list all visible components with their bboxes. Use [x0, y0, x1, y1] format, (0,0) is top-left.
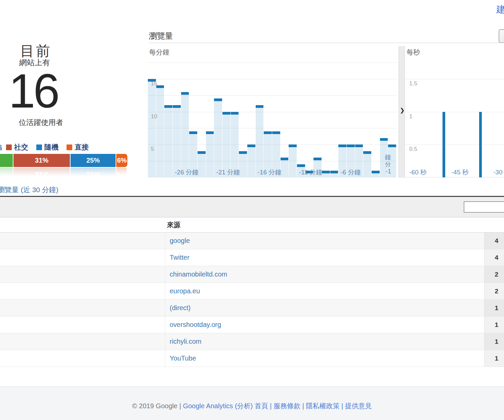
- pageviews-chart-title: 瀏覽量: [149, 31, 173, 41]
- minute-bar-cap: [156, 85, 164, 88]
- traffic-bar-segment: [0, 168, 13, 177]
- table-cell-source: overshootday.org: [165, 317, 484, 333]
- corner-button[interactable]: [499, 29, 504, 43]
- minute-bar: [181, 92, 189, 177]
- source-link[interactable]: chinamobileltd.com: [170, 270, 227, 278]
- minute-bar-cap: [347, 144, 355, 147]
- table-cell-blank: [0, 266, 165, 283]
- minute-bar-cap: [264, 131, 272, 134]
- traffic-bar-segment: 31%: [13, 154, 70, 167]
- chart-splitter[interactable]: ❯: [398, 46, 405, 178]
- minute-bar-cap: [388, 144, 396, 147]
- table-row: google4: [0, 233, 504, 249]
- realtime-overview-page: 建立捷徑 目前 網站上有 16 位活躍使用者 結 社交隨機直接 31%25%6%…: [0, 0, 504, 420]
- minute-bar: [239, 151, 247, 177]
- legend-item-label: 直接: [75, 142, 89, 152]
- second-x-tick: -45 秒: [451, 168, 469, 177]
- source-link[interactable]: google: [170, 237, 190, 244]
- table-cell-source: YouTube: [165, 350, 484, 367]
- second-y-tick: 0.5: [409, 146, 417, 153]
- table-row: europa.eu2: [0, 283, 504, 300]
- minute-bar: [214, 98, 222, 177]
- page-footer: © 2019 Google | Google Analytics (分析) 首頁…: [0, 386, 504, 420]
- legend-clipped-fragment: 結: [0, 143, 2, 150]
- source-link[interactable]: YouTube: [170, 354, 196, 362]
- table-body: google4Twitter4chinamobileltd.com2europa…: [0, 233, 504, 367]
- table-cell-source: richyli.com: [165, 333, 484, 350]
- table-cell-source: europa.eu: [165, 283, 484, 299]
- traffic-legend: 社交隨機直接: [6, 142, 89, 152]
- second-y-tick: 1: [409, 113, 412, 120]
- minute-bar-cap: [173, 105, 181, 108]
- minute-bar-cap: [164, 105, 172, 108]
- table-cell-blank: [0, 249, 165, 266]
- minute-x-tick: -16 分鐘: [258, 168, 282, 177]
- minute-bar-cap: [231, 112, 239, 115]
- minute-bar: [148, 79, 156, 177]
- table-cell-source: (direct): [165, 300, 484, 316]
- source-link[interactable]: europa.eu: [170, 287, 200, 295]
- minute-bar-cap: [181, 92, 189, 95]
- minute-bar-cap: [189, 131, 197, 134]
- minute-bar-cap: [372, 171, 380, 173]
- minute-bar: [256, 105, 264, 177]
- legend-item-label: 隨機: [44, 142, 58, 152]
- pageviews-30min-link[interactable]: 瀏覽量 (近 30 分鐘): [0, 185, 58, 195]
- minute-gridline: [148, 62, 396, 63]
- minute-bar-cap: [214, 98, 222, 101]
- minute-x-tick: 鐘分-1: [385, 154, 391, 175]
- table-cell-active-users: 4: [484, 233, 504, 249]
- footer-link[interactable]: Google Analytics (分析) 首頁: [183, 402, 268, 410]
- traffic-sources-bar: 31%25%6%: [0, 154, 127, 167]
- minute-bar: [164, 105, 172, 177]
- table-cell-active-users: 2: [484, 283, 504, 299]
- active-users-caption: 位活躍使用者: [19, 118, 63, 128]
- source-link[interactable]: Twitter: [170, 254, 190, 261]
- second-gridline: [405, 79, 504, 79]
- minute-bar: [156, 85, 164, 177]
- traffic-bar-segment: [0, 154, 13, 167]
- legend-item-直接: 直接: [67, 142, 89, 152]
- footer-link[interactable]: 提供意見: [345, 402, 372, 410]
- source-link[interactable]: (direct): [170, 304, 191, 311]
- minute-bar-cap: [289, 144, 297, 147]
- legend-item-隨機: 隨機: [36, 142, 58, 152]
- minute-bar: [206, 131, 214, 177]
- traffic-bar-segment: 6%: [116, 154, 127, 167]
- minute-bar-cap: [330, 171, 338, 173]
- minute-bar-cap: [198, 151, 206, 154]
- minute-bar-cap: [272, 131, 280, 134]
- table-row: richyli.com1: [0, 333, 504, 350]
- table-cell-active-users: 4: [484, 249, 504, 266]
- footer-separator: |: [268, 402, 274, 410]
- minute-bar-cap: [355, 144, 363, 147]
- traffic-bar-segment: 25%: [71, 154, 117, 167]
- create-shortcut-link[interactable]: 建立捷徑: [496, 3, 504, 15]
- table-filter-input[interactable]: [464, 201, 504, 213]
- column-header-source[interactable]: 來源: [167, 217, 180, 233]
- minute-bar-cap: [363, 151, 371, 154]
- table-cell-active-users: 1: [484, 317, 504, 333]
- table-cell-blank: [0, 233, 165, 249]
- legend-color-swatch: [6, 144, 12, 150]
- minute-bar-cap: [380, 138, 388, 141]
- source-link[interactable]: richyli.com: [170, 338, 201, 345]
- minute-bar: [289, 144, 297, 177]
- table-row: (direct)1: [0, 300, 504, 317]
- chevron-right-icon: ❯: [400, 107, 405, 114]
- source-link[interactable]: overshootday.org: [170, 321, 221, 328]
- second-y-tick: 1.5: [409, 80, 417, 87]
- minute-gridline: [148, 79, 396, 79]
- pageviews-per-second-chart: 每秒 1.510.5-60 秒-45 秒-30 秒: [405, 46, 504, 177]
- minute-bar: [231, 112, 239, 178]
- minute-bar-cap: [297, 164, 305, 167]
- footer-link[interactable]: 隱私權政策: [306, 402, 339, 410]
- minute-bar: [222, 112, 230, 178]
- footer-link[interactable]: 服務條款: [274, 402, 300, 410]
- pageviews-per-minute-chart: 每分鐘 15105-26 分鐘-21 分鐘-16 分鐘-11 分鐘-6 分鐘鐘分…: [148, 46, 396, 177]
- table-cell-blank: [0, 350, 165, 367]
- table-cell-source: google: [165, 233, 484, 249]
- per-minute-label: 每分鐘: [149, 48, 169, 57]
- second-bar: [443, 112, 445, 178]
- footer-separator: |: [300, 402, 306, 410]
